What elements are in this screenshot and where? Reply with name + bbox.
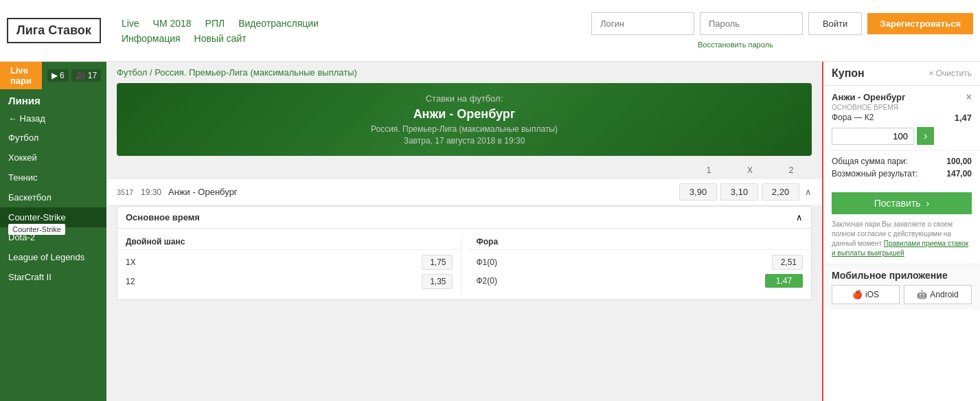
header-auth: Войти Зарегистроваться Восстановить паро… — [591, 12, 973, 49]
play-icon: ▶ — [52, 71, 58, 80]
coupon-close-button[interactable]: × — [966, 91, 972, 102]
restore-password-link[interactable]: Восстановить пароль — [698, 41, 773, 49]
odds-col-2-label: 2 — [771, 165, 812, 175]
match-league: Россия. Премьер-Лига (максимальные выпла… — [127, 124, 801, 134]
header-inputs: Войти Зарегистроваться — [591, 12, 973, 35]
odds-col-x-label: X — [729, 165, 771, 175]
login-button[interactable]: Войти — [808, 12, 862, 35]
sidebar-item-counterstrike[interactable]: Counter-Strike Counter-Strike — [0, 207, 106, 227]
bet-odd-1x[interactable]: 1,75 — [422, 255, 453, 270]
bet-table-fora-rows: Ф1(0) 2,51 Ф2(0) 1,47 — [468, 250, 812, 293]
bet-label-1x: 1X — [126, 257, 416, 267]
match-id: 3517 — [117, 188, 141, 196]
coupon-amount-input[interactable] — [832, 128, 914, 145]
coupon-submit-arrow-icon: › — [926, 198, 930, 209]
bet-table-double-chance: Двойной шанс 1X 1,75 12 1,35 — [117, 234, 461, 294]
match-header-label: Ставки на футбол: — [127, 93, 801, 104]
coupon-match-name: Анжи - Оренбург — [832, 92, 905, 102]
header: Лига Ставок Live ЧМ 2018 РПЛ Видеотрансл… — [0, 0, 980, 62]
sidebar-item-lol[interactable]: League of Legends — [0, 247, 106, 267]
bet-label-f10: Ф1(0) — [477, 257, 767, 267]
live-badge-video: ▶ 6 — [47, 69, 69, 82]
odds-col-1-label: 1 — [688, 165, 729, 175]
coupon-bet-type: Фора — К2 1,47 — [832, 113, 972, 123]
live-bar: Live пари ▶ 6 🎥 17 — [0, 62, 106, 89]
breadcrumb[interactable]: Футбол / Россия. Премьер-Лига (максималь… — [106, 62, 822, 83]
main-layout: Live пари ▶ 6 🎥 17 Линия ← Назад Футбол … — [0, 62, 980, 401]
login-input[interactable] — [591, 12, 694, 35]
coupon-arrow-button[interactable]: › — [917, 127, 934, 145]
sidebar-title: Линия — [0, 89, 106, 109]
nav-wc2018[interactable]: ЧМ 2018 — [153, 18, 192, 29]
bet-table-double-chance-title: Двойной шанс — [117, 234, 461, 250]
collapse-button[interactable]: ∧ — [805, 187, 812, 197]
bet-table-double-chance-rows: 1X 1,75 12 1,35 — [117, 250, 461, 294]
coupon-bet-item: Анжи - Оренбург × ОСНОВНОЕ ВРЕМЯ Фора — … — [823, 86, 980, 151]
nav: Live ЧМ 2018 РПЛ Видеотрансляции Информа… — [122, 18, 319, 44]
nav-rpl[interactable]: РПЛ — [205, 18, 225, 29]
content-area: Футбол / Россия. Премьер-Лига (максималь… — [106, 62, 822, 401]
sidebar: Live пари ▶ 6 🎥 17 Линия ← Назад Футбол … — [0, 62, 106, 401]
bet-label-f20: Ф2(0) — [477, 276, 760, 286]
register-button[interactable]: Зарегистроваться — [867, 13, 973, 34]
bet-table-fora: Фора Ф1(0) 2,51 Ф2(0) 1,47 — [468, 234, 812, 294]
match-row: 3517 19:30 Анжи - Оренбург 3,90 3,10 2,2… — [106, 179, 822, 205]
bet-label-12: 12 — [126, 277, 416, 286]
coupon-total-value: 100,00 — [946, 157, 972, 166]
sidebar-item-basketball[interactable]: Баскетбол — [0, 187, 106, 207]
nav-row-2: Информация Новый сайт — [122, 33, 319, 44]
match-odds: 3,90 3,10 2,20 — [679, 183, 799, 200]
sidebar-item-football[interactable]: Футбол — [0, 128, 106, 148]
coupon-title: Купон — [832, 67, 865, 80]
coupon-total-sum-row: Общая сумма пари: 100,00 — [832, 157, 972, 166]
camera-icon: 🎥 — [76, 71, 86, 80]
mobile-buttons: 🍎 iOS 🤖 Android — [832, 285, 972, 304]
match-time: 19:30 — [141, 187, 168, 197]
sidebar-back-button[interactable]: ← Назад — [0, 109, 106, 128]
nav-row-1: Live ЧМ 2018 РПЛ Видеотрансляции — [122, 18, 319, 29]
bet-row-f10: Ф1(0) 2,51 — [477, 253, 804, 272]
bet-section-title: Основное время — [126, 212, 796, 222]
nav-info[interactable]: Информация — [122, 33, 181, 44]
match-teams: Анжи - Оренбург — [168, 187, 679, 197]
odd-btn-2[interactable]: 2,20 — [762, 183, 799, 200]
coupon-bet-match: Анжи - Оренбург × — [832, 91, 972, 102]
bet-row-12: 12 1,35 — [126, 272, 453, 291]
android-button[interactable]: 🤖 Android — [904, 285, 972, 304]
coupon-totals: Общая сумма пари: 100,00 Возможный резул… — [823, 151, 980, 187]
apple-icon: 🍎 — [852, 290, 863, 299]
coupon-header: Купон × Очистить — [823, 62, 980, 86]
coupon-bet-type-label: ОСНОВНОЕ ВРЕМЯ — [832, 104, 972, 111]
coupon-amount-row: › — [832, 127, 972, 145]
coupon-disclaimer: Заключая пари Вы заявляете о своем полно… — [823, 220, 980, 264]
live-badge-camera: 🎥 17 — [71, 69, 101, 82]
sidebar-item-starcraft[interactable]: StarCraft II — [0, 267, 106, 287]
bet-section-header[interactable]: Основное время ∧ — [117, 206, 812, 229]
bet-odd-12[interactable]: 1,35 — [422, 274, 453, 289]
bet-tables: Двойной шанс 1X 1,75 12 1,35 Фора — [117, 229, 812, 300]
bet-odd-f10[interactable]: 2,51 — [772, 255, 803, 270]
live-button[interactable]: Live пари — [0, 62, 42, 89]
bet-row-1x: 1X 1,75 — [126, 253, 453, 272]
coupon-clear-button[interactable]: × Очистить — [928, 69, 972, 78]
sidebar-item-hockey[interactable]: Хоккей — [0, 148, 106, 168]
coupon-result-row: Возможный результат: 147,00 — [832, 169, 972, 179]
ios-button[interactable]: 🍎 iOS — [832, 285, 900, 304]
nav-newsite[interactable]: Новый сайт — [194, 33, 247, 44]
match-header: Ставки на футбол: Анжи - Оренбург Россия… — [117, 83, 812, 156]
coupon-result-value: 147,00 — [946, 169, 972, 179]
coupon-submit-button[interactable]: Поставить › — [832, 192, 972, 214]
coupon-panel: Купон × Очистить Анжи - Оренбург × ОСНОВ… — [822, 62, 980, 401]
android-icon: 🤖 — [917, 290, 927, 299]
coupon-bet-type-name: Фора — К2 — [832, 113, 874, 123]
nav-video[interactable]: Видеотрансляции — [238, 18, 319, 29]
nav-live[interactable]: Live — [122, 18, 139, 29]
bet-odd-f20-active[interactable]: 1,47 — [765, 274, 803, 288]
password-input[interactable] — [700, 12, 803, 35]
bet-table-fora-title: Фора — [468, 234, 812, 250]
odds-header: 1 X 2 — [106, 161, 822, 179]
odd-btn-x[interactable]: 3,10 — [720, 183, 758, 200]
sidebar-item-tennis[interactable]: Теннис — [0, 168, 106, 187]
odd-btn-1[interactable]: 3,90 — [679, 183, 717, 200]
bet-section-collapse-icon: ∧ — [796, 212, 803, 222]
